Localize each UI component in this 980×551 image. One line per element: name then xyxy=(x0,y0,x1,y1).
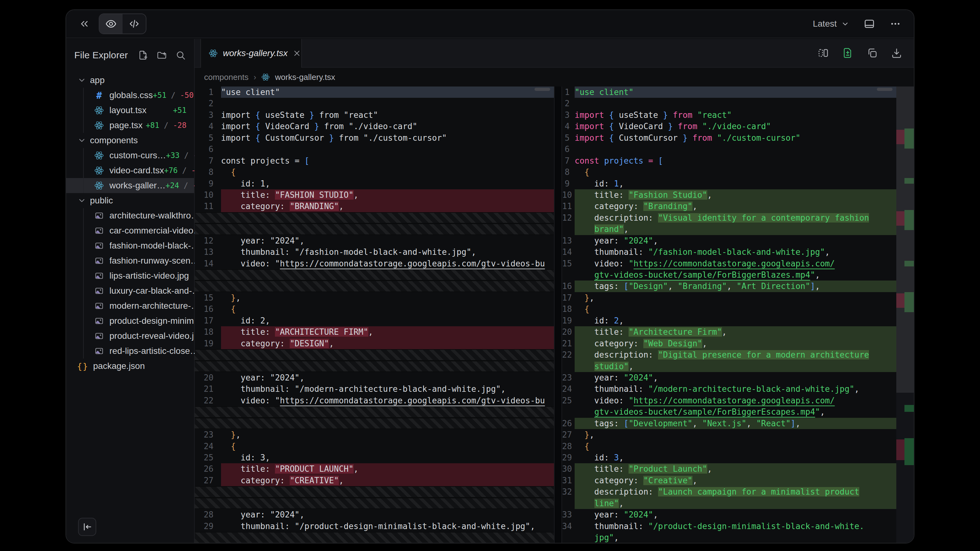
folder-row-public[interactable]: public xyxy=(66,193,194,208)
scrollbar-thumb[interactable] xyxy=(535,88,550,91)
code-line: 6 xyxy=(195,143,554,155)
image-file-icon xyxy=(94,331,104,341)
breadcrumb-folder[interactable]: components xyxy=(204,72,248,82)
version-dropdown[interactable]: Latest xyxy=(813,19,849,29)
file-label: lips-artistic-video.jpg xyxy=(110,271,189,281)
download-button[interactable] xyxy=(891,47,902,59)
panel-layout-icon xyxy=(863,17,876,30)
added-change-marker xyxy=(904,261,914,267)
deleted-change-marker xyxy=(896,130,904,144)
diff-stats: +81 / -28 xyxy=(146,121,194,130)
line-number: 10 xyxy=(195,189,221,201)
scrollbar-thumb[interactable] xyxy=(877,88,892,91)
code-line: 28 year: "2024", xyxy=(195,509,554,520)
diff-view-button[interactable] xyxy=(842,47,854,59)
code-line: 29 thumbnail: "/product-design-minimalis… xyxy=(195,521,554,532)
collapsed-region xyxy=(195,349,554,360)
react-icon xyxy=(94,105,104,116)
code-line: 1"use client" xyxy=(562,86,896,98)
line-number: 7 xyxy=(562,155,574,167)
double-chevron-left-icon xyxy=(79,18,90,29)
react-icon xyxy=(94,120,104,131)
code-line: 15 }, xyxy=(195,292,554,303)
file-plus-icon xyxy=(138,50,148,60)
code-line: 25 video: "https://commondatastorage.goo… xyxy=(562,395,896,406)
file-row-product-design-minim-[interactable]: product-design-minim… xyxy=(66,313,194,329)
code-line: 18 { xyxy=(562,303,896,315)
new-file-button[interactable] xyxy=(138,50,148,60)
collapse-panel-button[interactable] xyxy=(79,18,90,29)
file-label: public xyxy=(90,195,113,206)
line-number xyxy=(562,406,574,418)
diff-overview-ruler[interactable] xyxy=(896,86,914,543)
code-line: 16 tags: ["Design", "Branding", "Art Dir… xyxy=(562,281,896,292)
code-line: 34 thumbnail: "/product-design-minimalis… xyxy=(562,521,896,532)
close-tab-button[interactable] xyxy=(293,49,301,58)
file-row-product-reveal-video.j-[interactable]: product-reveal-video.j… xyxy=(66,329,194,343)
code-line: 1"use client" xyxy=(195,86,554,98)
folder-row-app[interactable]: app xyxy=(66,73,194,88)
layout-panel-button[interactable] xyxy=(863,17,876,30)
file-row-works-galler-[interactable]: works-galler…+24 / -13 xyxy=(66,178,194,193)
line-number: 12 xyxy=(195,235,221,246)
file-label: layout.tsx xyxy=(110,105,146,115)
preview-toggle-button[interactable] xyxy=(99,14,123,33)
pane-divider[interactable] xyxy=(554,86,562,543)
file-row-architecture-walkthro-[interactable]: architecture-walkthro… xyxy=(66,208,194,223)
code-line: 33 year: "2024", xyxy=(562,509,896,520)
file-row-red-lips-artistic-close-[interactable]: red-lips-artistic-close… xyxy=(66,343,194,359)
react-icon xyxy=(94,180,104,191)
file-row-globals.css[interactable]: #globals.css+51 / -50 xyxy=(66,88,194,103)
line-number xyxy=(562,269,574,281)
line-number: 27 xyxy=(195,475,221,486)
code-toggle-button[interactable] xyxy=(123,14,146,33)
react-icon xyxy=(261,73,270,81)
code-line: 5import { CustomCursor } from "./custom-… xyxy=(562,132,896,143)
tab-works-gallery[interactable]: works-gallery.tsx xyxy=(200,39,302,68)
file-row-car-commercial-video-[interactable]: car-commercial-video… xyxy=(66,223,194,238)
file-row-fashion-model-black-[interactable]: fashion-model-black-… xyxy=(66,238,194,253)
line-number: 3 xyxy=(195,110,221,121)
line-number: 27 xyxy=(562,429,574,440)
collapsed-region xyxy=(195,486,554,497)
line-number: 7 xyxy=(195,155,221,167)
download-icon xyxy=(891,47,902,59)
image-file-icon xyxy=(94,270,104,281)
new-folder-button[interactable] xyxy=(156,50,167,60)
code-line: 19 category: "DESIGN", xyxy=(195,338,554,349)
code-line: 24 { xyxy=(195,441,554,452)
react-icon xyxy=(208,49,218,58)
file-row-custom-curs-[interactable]: custom-curs…+33 / -12 xyxy=(66,148,194,163)
code-line: 12 description: "Visual identity for a c… xyxy=(562,212,896,224)
diff-pane-new[interactable]: 1"use client"23import { useState } from … xyxy=(562,86,896,543)
file-row-fashion-runway-scen-[interactable]: fashion-runway-scen… xyxy=(66,253,194,268)
file-row-luxury-car-black-and-[interactable]: luxury-car-black-and-… xyxy=(66,283,194,299)
image-file-icon xyxy=(94,316,104,326)
file-row-modern-architecture-[interactable]: modern-architecture-… xyxy=(66,299,194,313)
line-number: 21 xyxy=(195,383,221,395)
line-number: 28 xyxy=(195,509,221,520)
image-file-icon xyxy=(94,346,104,356)
line-number xyxy=(562,361,574,372)
diff-pane-old[interactable]: 1"use client"23import { useState } from … xyxy=(195,86,554,543)
breadcrumb-file[interactable]: works-gallery.tsx xyxy=(275,72,335,82)
line-number: 25 xyxy=(195,452,221,463)
file-row-layout.tsx[interactable]: layout.tsx+51 xyxy=(66,103,194,118)
copy-file-button[interactable] xyxy=(866,47,878,59)
code-line: 10 title: "FASHION STUDIO", xyxy=(195,189,554,201)
line-number: 15 xyxy=(562,258,574,269)
code-line: 31 category: "Creative", xyxy=(562,475,896,486)
collapse-sidebar-button[interactable] xyxy=(78,518,96,536)
file-row-page.tsx[interactable]: page.tsx+81 / -28 xyxy=(66,118,194,133)
image-file-icon xyxy=(94,300,104,311)
folder-row-components[interactable]: components xyxy=(66,133,194,148)
editor-area: works-gallery.tsx xyxy=(195,39,914,543)
file-row-package.json[interactable]: {}package.json xyxy=(66,359,194,373)
more-options-button[interactable] xyxy=(889,18,901,30)
line-number: 33 xyxy=(562,509,574,520)
version-label: Latest xyxy=(813,19,837,29)
split-view-button[interactable] xyxy=(817,47,829,59)
file-row-lips-artistic-video.jpg[interactable]: lips-artistic-video.jpg xyxy=(66,268,194,283)
search-files-button[interactable] xyxy=(175,50,186,60)
file-row-video-card.tsx[interactable]: video-card.tsx+76 / -27 xyxy=(66,163,194,178)
